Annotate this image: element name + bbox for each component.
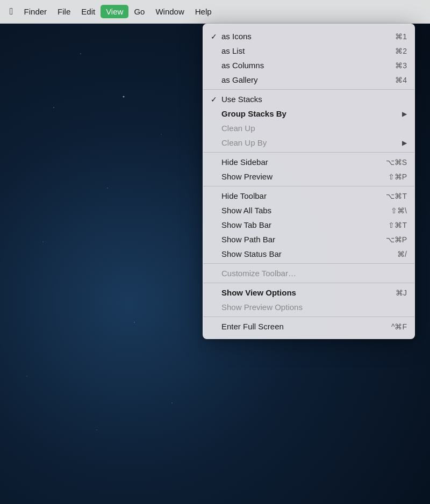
label-show-path-bar: Show Path Bar xyxy=(221,235,375,244)
label-hide-toolbar: Hide Toolbar xyxy=(221,191,375,200)
shortcut-show-path-bar: ⌥⌘P xyxy=(386,235,407,244)
view-dropdown: ✓ as Icons ⌘1 as List ⌘2 as Columns ⌘3 a… xyxy=(203,24,415,339)
label-show-preview-options: Show Preview Options xyxy=(221,303,396,312)
shortcut-as-list: ⌘2 xyxy=(395,47,407,55)
menu-item-hide-toolbar[interactable]: Hide Toolbar ⌥⌘T xyxy=(203,189,414,203)
menu-item-clean-up-by: Clean Up By ▶ xyxy=(203,135,414,150)
label-show-preview: Show Preview xyxy=(221,172,377,181)
label-group-stacks-by: Group Stacks By xyxy=(221,109,397,118)
bars-section: Hide Sidebar ⌥⌘S Show Preview ⇧⌘P xyxy=(203,153,414,186)
label-clean-up: Clean Up xyxy=(221,124,396,133)
customize-section: Customize Toolbar… xyxy=(203,264,414,283)
shortcut-hide-sidebar: ⌥⌘S xyxy=(386,158,407,167)
apple-menu[interactable]:  xyxy=(4,4,19,19)
label-as-icons: as Icons xyxy=(221,32,384,41)
label-hide-sidebar: Hide Sidebar xyxy=(221,157,375,167)
menu-item-as-icons[interactable]: ✓ as Icons ⌘1 xyxy=(203,29,414,44)
shortcut-show-status-bar: ⌘/ xyxy=(397,250,407,258)
window-menu[interactable]: Window xyxy=(150,5,189,18)
menu-item-use-stacks[interactable]: ✓ Use Stacks xyxy=(203,92,414,106)
menu-item-as-gallery[interactable]: as Gallery ⌘4 xyxy=(203,73,414,87)
finder-menu[interactable]: Finder xyxy=(19,5,53,18)
menu-item-hide-sidebar[interactable]: Hide Sidebar ⌥⌘S xyxy=(203,155,414,169)
view-as-section: ✓ as Icons ⌘1 as List ⌘2 as Columns ⌘3 a… xyxy=(203,27,414,90)
menu-item-customize-toolbar: Customize Toolbar… xyxy=(203,266,414,280)
go-menu[interactable]: Go xyxy=(128,5,150,18)
edit-menu[interactable]: Edit xyxy=(76,5,101,18)
file-menu[interactable]: File xyxy=(52,5,76,18)
menu-item-as-list[interactable]: as List ⌘2 xyxy=(203,44,414,58)
shortcut-enter-full-screen: ^⌘F xyxy=(391,322,407,331)
label-as-list: as List xyxy=(221,46,384,55)
shortcut-hide-toolbar: ⌥⌘T xyxy=(386,192,407,200)
label-clean-up-by: Clean Up By xyxy=(221,138,397,147)
label-show-status-bar: Show Status Bar xyxy=(221,249,386,258)
menu-item-clean-up: Clean Up xyxy=(203,121,414,135)
fullscreen-section: Enter Full Screen ^⌘F xyxy=(203,317,414,336)
label-show-all-tabs: Show All Tabs xyxy=(221,206,380,215)
shortcut-show-view-options: ⌘J xyxy=(396,289,407,297)
checkmark-as-icons: ✓ xyxy=(211,32,221,41)
view-options-section: Show View Options ⌘J Show Preview Option… xyxy=(203,283,414,317)
shortcut-show-tab-bar: ⇧⌘T xyxy=(388,221,407,229)
label-enter-full-screen: Enter Full Screen xyxy=(221,322,381,331)
menubar:  Finder File Edit View Go Window Help xyxy=(0,0,430,24)
submenu-arrow-group-stacks: ▶ xyxy=(402,110,407,118)
checkmark-use-stacks: ✓ xyxy=(211,95,221,104)
menu-item-show-all-tabs[interactable]: Show All Tabs ⇧⌘\ xyxy=(203,203,414,218)
menu-item-group-stacks-by[interactable]: Group Stacks By ▶ xyxy=(203,106,414,121)
shortcut-as-columns: ⌘3 xyxy=(395,61,407,70)
shortcut-show-preview: ⇧⌘P xyxy=(388,172,407,181)
desktop:  Finder File Edit View Go Window Help ✓… xyxy=(0,0,430,504)
menu-item-show-tab-bar[interactable]: Show Tab Bar ⇧⌘T xyxy=(203,218,414,232)
menu-item-enter-full-screen[interactable]: Enter Full Screen ^⌘F xyxy=(203,319,414,334)
menu-item-show-preview-options: Show Preview Options xyxy=(203,300,414,314)
menu-item-show-view-options[interactable]: Show View Options ⌘J xyxy=(203,285,414,300)
shortcut-as-icons: ⌘1 xyxy=(395,32,407,41)
view-menu-trigger[interactable]: View xyxy=(101,5,128,18)
shortcut-show-all-tabs: ⇧⌘\ xyxy=(391,206,407,215)
label-as-columns: as Columns xyxy=(221,61,384,70)
shortcut-as-gallery: ⌘4 xyxy=(395,76,407,84)
submenu-arrow-clean-up-by: ▶ xyxy=(402,139,407,147)
help-menu[interactable]: Help xyxy=(190,5,217,18)
label-as-gallery: as Gallery xyxy=(221,75,384,84)
menu-item-show-path-bar[interactable]: Show Path Bar ⌥⌘P xyxy=(203,232,414,247)
toolbar-section: Hide Toolbar ⌥⌘T Show All Tabs ⇧⌘\ Show … xyxy=(203,186,414,264)
label-customize-toolbar: Customize Toolbar… xyxy=(221,269,396,278)
stacks-section: ✓ Use Stacks Group Stacks By ▶ Clean Up … xyxy=(203,90,414,153)
label-show-view-options: Show View Options xyxy=(221,288,385,297)
label-use-stacks: Use Stacks xyxy=(221,95,396,104)
menu-item-show-preview[interactable]: Show Preview ⇧⌘P xyxy=(203,169,414,184)
label-show-tab-bar: Show Tab Bar xyxy=(221,220,377,229)
menu-item-show-status-bar[interactable]: Show Status Bar ⌘/ xyxy=(203,247,414,261)
menu-item-as-columns[interactable]: as Columns ⌘3 xyxy=(203,58,414,73)
